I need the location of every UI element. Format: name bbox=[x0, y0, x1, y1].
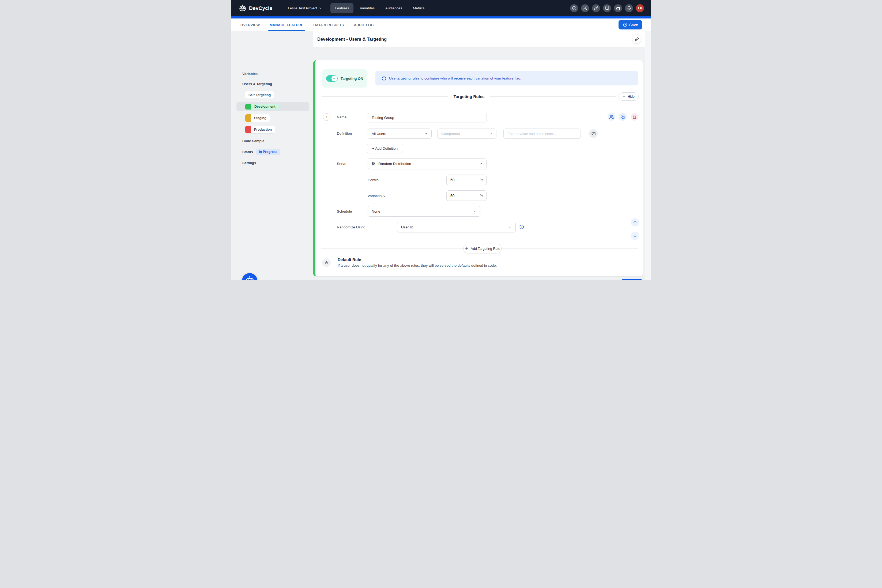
chevron-down-icon bbox=[473, 210, 476, 213]
nav-item-metrics[interactable]: Metrics bbox=[409, 3, 429, 13]
chevron-down-icon bbox=[424, 132, 428, 135]
scrollbar-gutter[interactable] bbox=[645, 32, 651, 280]
tab-overview[interactable]: OVERVIEW bbox=[240, 23, 260, 32]
delete-rule-button[interactable] bbox=[631, 113, 638, 121]
default-rule-lock bbox=[322, 258, 331, 267]
add-targeting-rule-button[interactable]: Add Targeting Rule bbox=[464, 244, 501, 253]
book-icon bbox=[605, 6, 609, 10]
tab-data-results[interactable]: DATA & RESULTS bbox=[313, 23, 344, 32]
env-label: Production bbox=[251, 126, 275, 134]
create-button[interactable] bbox=[570, 4, 578, 12]
project-name: Leslie Test Project bbox=[288, 6, 317, 10]
link-icon bbox=[635, 37, 639, 41]
rule-name-input[interactable] bbox=[368, 113, 487, 122]
sidebar-item-variables[interactable]: Variables bbox=[242, 72, 258, 76]
sidebar-env-production[interactable]: Production bbox=[245, 126, 275, 134]
nav-item-audiences[interactable]: Audiences bbox=[381, 3, 406, 13]
targeting-toggle[interactable] bbox=[326, 75, 338, 82]
tab-audit-log[interactable]: AUDIT LOG bbox=[353, 23, 374, 32]
gear-icon bbox=[583, 6, 588, 10]
clear-definition-button[interactable] bbox=[589, 129, 598, 138]
default-rule-description: If a user does not qualify for any of th… bbox=[338, 264, 497, 267]
settings-button[interactable] bbox=[581, 4, 589, 12]
docs-button[interactable] bbox=[603, 4, 611, 12]
randomize-value: User ID bbox=[401, 225, 413, 229]
definition-select[interactable]: All Users bbox=[368, 129, 432, 139]
users-icon bbox=[609, 115, 614, 119]
check-icon bbox=[333, 77, 336, 80]
page-header: Development - Users & Targeting bbox=[313, 32, 645, 47]
sidebar-env-staging[interactable]: Staging bbox=[245, 114, 270, 122]
lock-icon bbox=[324, 261, 328, 265]
brand-logo[interactable]: DevCycle bbox=[238, 4, 272, 12]
targeting-rules-title: Targeting Rules bbox=[448, 94, 490, 99]
definition-value: All Users bbox=[372, 132, 386, 136]
serve-label: Serve bbox=[337, 162, 346, 166]
distribution-percent-field: % bbox=[446, 175, 486, 185]
check-circle-icon bbox=[623, 22, 627, 27]
sliders-icon bbox=[372, 162, 376, 166]
brand-name: DevCycle bbox=[249, 5, 272, 11]
feature-sidebar: Variables Users & Targeting Self-Targeti… bbox=[231, 32, 313, 280]
env-color-swatch bbox=[245, 104, 251, 110]
bottom-action-button[interactable] bbox=[622, 279, 642, 280]
move-rule-down-button[interactable] bbox=[631, 232, 639, 240]
targeting-rules-header: Targeting Rules Hide bbox=[322, 92, 639, 100]
devcycle-robot-icon bbox=[238, 4, 247, 12]
randomize-using-select[interactable]: User ID bbox=[397, 222, 516, 232]
comparator-placeholder: Comparator bbox=[441, 132, 460, 136]
api-keys-button[interactable] bbox=[592, 4, 600, 12]
sidebar-env-self-targeting[interactable]: Self-Targeting bbox=[245, 91, 274, 99]
add-definition-button[interactable]: + Add Definition bbox=[367, 144, 403, 153]
arrow-up-icon bbox=[633, 220, 637, 225]
distribution-variation-label: Control bbox=[368, 178, 380, 182]
serve-select[interactable]: Random Distribution bbox=[368, 158, 486, 169]
move-rule-up-button[interactable] bbox=[631, 218, 639, 226]
schedule-label: Schedule bbox=[337, 209, 352, 213]
top-nav: DevCycle Leslie Test Project Features Va… bbox=[231, 0, 651, 16]
hide-rules-button[interactable]: Hide bbox=[618, 92, 639, 100]
save-label: Save bbox=[629, 23, 638, 27]
sidebar-item-users-targeting[interactable]: Users & Targeting bbox=[242, 82, 272, 86]
env-color-swatch bbox=[245, 126, 251, 134]
sidebar-item-status[interactable]: Status bbox=[242, 150, 253, 154]
discord-button[interactable] bbox=[614, 4, 622, 12]
rule-number-badge: 1 bbox=[323, 113, 330, 121]
percent-suffix: % bbox=[480, 178, 486, 182]
control-percent-input[interactable] bbox=[447, 178, 473, 182]
minus-icon bbox=[622, 95, 626, 98]
chevron-down-icon bbox=[489, 132, 492, 135]
definition-value-input[interactable] bbox=[503, 129, 581, 139]
tab-manage-feature[interactable]: MANAGE FEATURE bbox=[269, 23, 304, 32]
percent-suffix: % bbox=[480, 194, 486, 198]
chevron-down-icon bbox=[479, 162, 483, 165]
trash-icon bbox=[633, 115, 636, 119]
targeting-toggle-card: Targeting ON bbox=[322, 69, 367, 87]
definition-label: Definition bbox=[337, 132, 352, 135]
copy-link-button[interactable] bbox=[633, 35, 641, 44]
self-target-rule-button[interactable] bbox=[608, 113, 615, 121]
sidebar-env-development[interactable]: Development bbox=[236, 102, 309, 111]
page-title: Development - Users & Targeting bbox=[317, 37, 387, 42]
bell-icon bbox=[627, 6, 632, 10]
sidebar-item-settings[interactable]: Settings bbox=[242, 161, 256, 165]
avatar[interactable]: LE bbox=[636, 4, 644, 12]
backspace-icon bbox=[591, 132, 596, 136]
env-label: Staging bbox=[251, 114, 270, 122]
notifications-button[interactable] bbox=[625, 4, 633, 12]
targeting-info-text: Use targeting rules to configure who wil… bbox=[389, 76, 521, 80]
schedule-select[interactable]: None bbox=[368, 206, 480, 217]
project-selector[interactable]: Leslie Test Project bbox=[288, 6, 322, 10]
env-color-swatch bbox=[245, 114, 251, 122]
divider bbox=[490, 96, 616, 97]
status-badge: In Progress bbox=[256, 148, 280, 155]
comparator-select[interactable]: Comparator bbox=[437, 129, 496, 139]
save-button[interactable]: Save bbox=[618, 20, 642, 30]
randomize-info-icon[interactable] bbox=[519, 224, 524, 230]
nav-item-features[interactable]: Features bbox=[330, 3, 353, 13]
name-label: Name bbox=[337, 115, 346, 119]
duplicate-rule-button[interactable] bbox=[619, 113, 627, 121]
nav-item-variables[interactable]: Variables bbox=[356, 3, 379, 13]
variation-a-percent-input[interactable] bbox=[447, 194, 473, 198]
sidebar-item-code-sample[interactable]: Code Sample bbox=[242, 139, 264, 143]
